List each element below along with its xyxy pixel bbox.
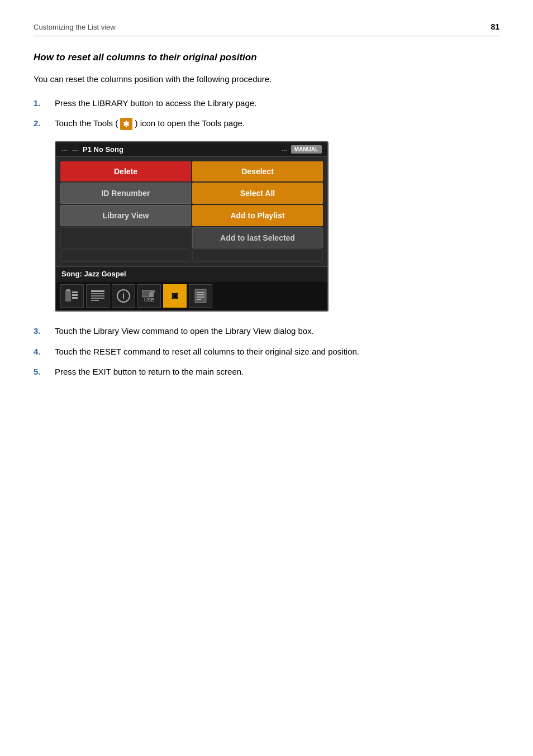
list-icon — [90, 288, 106, 304]
delete-button[interactable]: Delete — [60, 161, 191, 181]
svg-rect-22 — [195, 289, 206, 303]
svg-text:i: i — [122, 291, 125, 300]
topbar-left-dashes2: --- — [72, 146, 78, 153]
empty-button-3 — [192, 250, 323, 262]
svg-rect-16 — [150, 290, 155, 293]
topbar-right-dashes: --- — [282, 146, 288, 153]
icon-bar: i USB — [56, 281, 327, 310]
empty-button-2 — [60, 250, 191, 262]
svg-text:USB: USB — [144, 297, 155, 303]
tools-icon: ✱ — [120, 118, 132, 130]
svg-rect-8 — [91, 293, 104, 294]
header-title: Customizing the List view — [34, 23, 116, 31]
svg-rect-11 — [91, 300, 99, 301]
step-5: 5. Press the EXIT button to return to th… — [34, 366, 499, 379]
id-renumber-button[interactable]: ID Renumber — [60, 183, 191, 204]
step-4: 4. Touch the RESET command to reset all … — [34, 346, 499, 358]
topbar-right: --- MANUAL — [282, 145, 322, 154]
song-label: Song: Jazz Gospel — [56, 266, 327, 281]
svg-rect-6 — [72, 297, 78, 299]
add-to-playlist-button[interactable]: Add to Playlist — [192, 205, 323, 226]
svg-rect-7 — [91, 290, 104, 292]
info-icon-btn[interactable]: i — [112, 284, 135, 308]
svg-rect-4 — [72, 291, 78, 293]
tools-active-icon — [167, 288, 183, 304]
topbar-left: --- --- P1 No Song — [61, 145, 123, 154]
steps-below: 3. Touch the Library View command to ope… — [34, 325, 499, 379]
empty-button-1 — [60, 227, 191, 248]
tools-icon-btn[interactable] — [163, 284, 187, 308]
section-heading: How to reset all columns to their origin… — [34, 52, 499, 63]
svg-rect-24 — [197, 294, 204, 295]
step-2-text: Touch the Tools ( ✱ ) icon to open the T… — [55, 117, 499, 130]
info-icon: i — [116, 288, 131, 304]
settings-icon — [193, 288, 208, 304]
device-screenshot: --- --- P1 No Song --- MANUAL Delete Des… — [55, 141, 329, 312]
svg-rect-5 — [72, 294, 78, 296]
device-topbar: --- --- P1 No Song --- MANUAL — [56, 142, 327, 157]
topbar-title: P1 No Song — [83, 145, 123, 154]
step-2: 2. Touch the Tools ( ✱ ) icon to open th… — [34, 117, 499, 130]
add-to-last-selected-button[interactable]: Add to last Selected — [192, 227, 323, 248]
topbar-left-dashes1: --- — [61, 146, 68, 153]
transfer-icon-btn[interactable]: USB — [137, 284, 161, 308]
step-1: 1. Press the LIBRARY button to access th… — [34, 97, 499, 110]
svg-rect-3 — [66, 289, 70, 291]
svg-rect-23 — [197, 292, 204, 293]
svg-text:✱: ✱ — [123, 119, 130, 128]
list-icon-btn[interactable] — [86, 284, 110, 308]
step-3: 3. Touch the Library View command to ope… — [34, 325, 499, 338]
svg-rect-14 — [142, 290, 150, 297]
page-header: Customizing the List view 81 — [34, 22, 499, 36]
library-icon — [64, 288, 80, 304]
step-3-text: Touch the Library View command to open t… — [55, 325, 499, 338]
svg-rect-2 — [65, 290, 71, 302]
svg-rect-26 — [197, 299, 201, 300]
transfer-icon: USB — [141, 288, 157, 304]
manual-badge: MANUAL — [291, 145, 322, 154]
step-5-text: Press the EXIT button to return to the m… — [55, 366, 499, 379]
intro-text: You can reset the columns position with … — [34, 73, 499, 86]
step-5-number: 5. — [34, 366, 50, 379]
svg-rect-25 — [197, 296, 204, 298]
step-1-number: 1. — [34, 97, 50, 110]
library-icon-btn[interactable] — [60, 284, 84, 308]
library-view-button[interactable]: Library View — [60, 205, 191, 226]
select-all-button[interactable]: Select All — [192, 183, 323, 204]
svg-rect-9 — [91, 295, 104, 296]
step-1-text: Press the LIBRARY button to access the L… — [55, 97, 499, 110]
step-4-text: Touch the RESET command to reset all col… — [55, 346, 499, 358]
steps-top: 1. Press the LIBRARY button to access th… — [34, 97, 499, 131]
step-3-number: 3. — [34, 325, 50, 338]
step-2-number: 2. — [34, 117, 50, 130]
button-grid: Delete Deselect ID Renumber Select All L… — [56, 157, 327, 266]
settings-icon-btn[interactable] — [189, 284, 212, 308]
svg-rect-10 — [91, 298, 104, 299]
step-4-number: 4. — [34, 346, 50, 358]
deselect-button[interactable]: Deselect — [192, 161, 323, 181]
svg-rect-15 — [149, 293, 154, 297]
page-number: 81 — [491, 22, 499, 31]
